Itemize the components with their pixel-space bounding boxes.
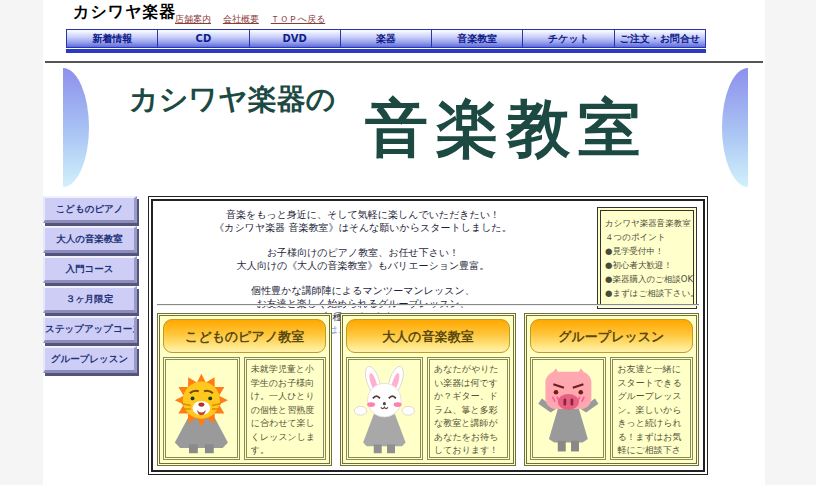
- sidebar-item-group-lesson[interactable]: グループレッスン: [43, 346, 137, 373]
- card-group-lesson-title-button[interactable]: グループレッスン: [530, 319, 693, 353]
- pig-mascot-image: [530, 357, 607, 460]
- nav-item-order-contact[interactable]: ご注文・お問合せ: [614, 29, 706, 48]
- link-company-profile[interactable]: 会社概要: [223, 14, 259, 24]
- card-group-lesson: グループレッスン: [524, 313, 699, 466]
- nav-item-tickets[interactable]: チケット: [522, 29, 613, 48]
- link-store-info[interactable]: 店舗案内: [175, 14, 211, 24]
- content-divider: [157, 304, 699, 306]
- content-sheet: カシワヤ楽器 店舗案内 会社概要 ＴＯＰへ戻る 新着情報 CD DVD 楽器 音…: [43, 0, 765, 485]
- nav-item-dvd[interactable]: DVD: [249, 29, 340, 48]
- nav-item-cd[interactable]: CD: [157, 29, 248, 48]
- lion-mascot-image: [163, 357, 240, 460]
- banner-decoration-right: [722, 68, 748, 187]
- intro-line: 音楽をもっと身近に、そして気軽に楽しんでいただきたい！: [153, 208, 573, 221]
- nav-item-music-school[interactable]: 音楽教室: [431, 29, 522, 48]
- intro-line: お子様向けのピアノ教室、お任せ下さい！: [153, 246, 573, 259]
- rabbit-mascot-image: [346, 357, 423, 460]
- nav-underline-bar: [66, 49, 706, 53]
- sidebar-item-stepup-course[interactable]: ステップアップコース: [43, 316, 137, 343]
- nav-item-news[interactable]: 新着情報: [66, 29, 157, 48]
- points-item: ●まずはご相談下さい。: [605, 286, 689, 300]
- nav-item-instruments[interactable]: 楽器: [340, 29, 431, 48]
- card-adult-music-title-button[interactable]: 大人の音楽教室: [346, 319, 509, 353]
- points-item: ●見学受付中！: [605, 244, 689, 258]
- card-kids-piano-title-button[interactable]: こどものピアノ教室: [163, 319, 326, 353]
- sidebar-item-kids-piano[interactable]: こどものピアノ: [43, 196, 137, 223]
- card-adult-music: 大人の音楽教室: [340, 313, 515, 466]
- banner-brand-prefix: カシワヤ楽器の: [129, 80, 335, 120]
- intro-line: 《カシワヤ楽器 音楽教室》はそんな願いからスタートしました。: [153, 221, 573, 234]
- page-title: 音楽教室: [365, 94, 649, 163]
- header-links: 店舗案内 会社概要 ＴＯＰへ戻る: [175, 13, 334, 26]
- main-navigation: 新着情報 CD DVD 楽器 音楽教室 チケット ご注文・お問合せ: [66, 29, 706, 48]
- sidebar-item-adult-music[interactable]: 大人の音楽教室: [43, 226, 137, 253]
- main-content-inner: 音楽をもっと身近に、そして気軽に楽しんでいただきたい！ 《カシワヤ楽器 音楽教室…: [151, 199, 705, 472]
- sidebar-item-3month-limited[interactable]: ３ヶ月限定: [43, 286, 137, 313]
- page-background: カシワヤ楽器 店舗案内 会社概要 ＴＯＰへ戻る 新着情報 CD DVD 楽器 音…: [0, 0, 816, 485]
- sidebar-menu: こどものピアノ 大人の音楽教室 入門コース ３ヶ月限定 ステップアップコース グ…: [43, 196, 138, 376]
- intro-line: 大人向けの《大人の音楽教室》もバリエーション豊富。: [153, 259, 573, 272]
- card-kids-piano-body: 未就学児童と小学生のお子様向け。一人ひとりの個性と習熟度に合わせて楽しくレッスン…: [163, 357, 326, 460]
- course-cards: こどものピアノ教室: [157, 313, 699, 466]
- sidebar-item-beginner-course[interactable]: 入門コース: [43, 256, 137, 283]
- card-group-lesson-description: お友達と一緒にスタートできるグループレッスン。楽しいからきっと続けられる！まずは…: [610, 357, 693, 460]
- banner-decoration-left: [63, 68, 89, 187]
- header-divider: [45, 61, 763, 63]
- card-group-lesson-body: お友達と一緒にスタートできるグループレッスン。楽しいからきっと続けられる！まずは…: [530, 357, 693, 460]
- points-item: ●楽器購入のご相談OK。: [605, 272, 689, 286]
- points-box-inner: カシワヤ楽器音楽教室 ４つのポイント ●見学受付中！ ●初心者大歓迎！ ●楽器購…: [600, 210, 694, 306]
- card-kids-piano: こどものピアノ教室: [157, 313, 332, 466]
- main-content-box: 音楽をもっと身近に、そして気軽に楽しんでいただきたい！ 《カシワヤ楽器 音楽教室…: [148, 196, 708, 475]
- points-heading: カシワヤ楽器音楽教室: [605, 216, 689, 230]
- points-item: ●初心者大歓迎！: [605, 258, 689, 272]
- points-subheading: ４つのポイント: [605, 230, 689, 244]
- card-adult-music-description: あなたがやりたい楽器は何ですか？ギター、ドラム、箏と多彩な教室と講師があなたをお…: [427, 357, 510, 460]
- site-logo: カシワヤ楽器: [73, 2, 177, 23]
- points-box: カシワヤ楽器音楽教室 ４つのポイント ●見学受付中！ ●初心者大歓迎！ ●楽器購…: [597, 207, 697, 309]
- card-kids-piano-description: 未就学児童と小学生のお子様向け。一人ひとりの個性と習熟度に合わせて楽しくレッスン…: [244, 357, 327, 460]
- link-back-to-top[interactable]: ＴＯＰへ戻る: [271, 14, 325, 24]
- card-adult-music-body: あなたがやりたい楽器は何ですか？ギター、ドラム、箏と多彩な教室と講師があなたをお…: [346, 357, 509, 460]
- intro-line: 個性豊かな講師陣によるマンツーマンレッスン、: [153, 284, 573, 297]
